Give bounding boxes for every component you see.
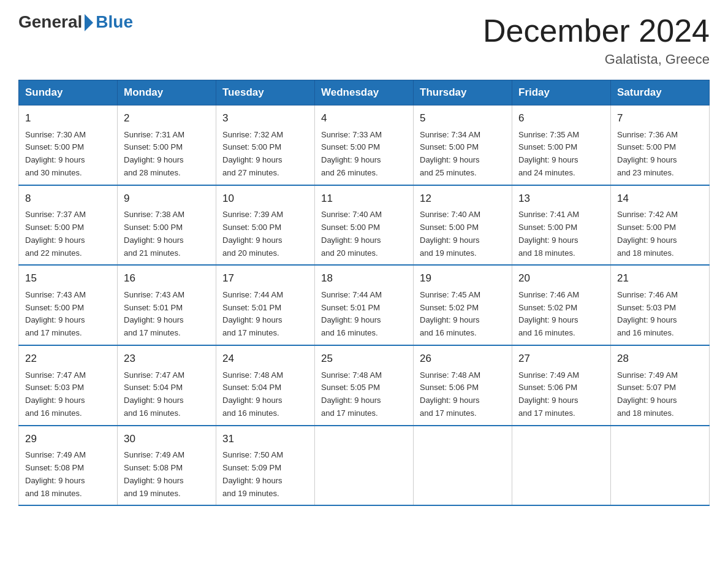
calendar-cell: 17 Sunrise: 7:44 AM Sunset: 5:01 PM Dayl… bbox=[216, 265, 315, 345]
day-number: 3 bbox=[222, 110, 308, 126]
calendar-cell: 27 Sunrise: 7:49 AM Sunset: 5:06 PM Dayl… bbox=[512, 345, 611, 426]
day-info: Sunrise: 7:44 AM Sunset: 5:01 PM Dayligh… bbox=[222, 289, 308, 340]
day-number: 12 bbox=[420, 191, 506, 207]
col-header-wednesday: Wednesday bbox=[315, 80, 414, 105]
day-number: 6 bbox=[518, 110, 604, 126]
day-number: 25 bbox=[321, 351, 407, 367]
week-row-1: 1 Sunrise: 7:30 AM Sunset: 5:00 PM Dayli… bbox=[19, 105, 710, 185]
calendar-cell: 25 Sunrise: 7:48 AM Sunset: 5:05 PM Dayl… bbox=[315, 345, 414, 426]
calendar-cell: 31 Sunrise: 7:50 AM Sunset: 5:09 PM Dayl… bbox=[216, 426, 315, 506]
col-header-tuesday: Tuesday bbox=[216, 80, 315, 105]
day-number: 29 bbox=[25, 431, 111, 447]
day-number: 22 bbox=[25, 351, 111, 367]
day-info: Sunrise: 7:34 AM Sunset: 5:00 PM Dayligh… bbox=[420, 129, 506, 180]
day-number: 16 bbox=[124, 270, 210, 286]
day-info: Sunrise: 7:49 AM Sunset: 5:07 PM Dayligh… bbox=[617, 369, 703, 420]
day-number: 13 bbox=[518, 191, 604, 207]
calendar-cell: 5 Sunrise: 7:34 AM Sunset: 5:00 PM Dayli… bbox=[414, 105, 512, 185]
col-header-monday: Monday bbox=[118, 80, 216, 105]
day-info: Sunrise: 7:48 AM Sunset: 5:04 PM Dayligh… bbox=[222, 369, 308, 420]
calendar-cell: 16 Sunrise: 7:43 AM Sunset: 5:01 PM Dayl… bbox=[118, 265, 216, 345]
day-info: Sunrise: 7:32 AM Sunset: 5:00 PM Dayligh… bbox=[222, 129, 308, 180]
day-number: 27 bbox=[518, 351, 604, 367]
calendar-cell: 13 Sunrise: 7:41 AM Sunset: 5:00 PM Dayl… bbox=[512, 185, 611, 266]
calendar-cell bbox=[315, 426, 414, 506]
day-number: 14 bbox=[617, 191, 703, 207]
day-info: Sunrise: 7:39 AM Sunset: 5:00 PM Dayligh… bbox=[222, 209, 308, 259]
calendar-cell: 9 Sunrise: 7:38 AM Sunset: 5:00 PM Dayli… bbox=[118, 185, 216, 266]
calendar-cell bbox=[512, 426, 611, 506]
day-info: Sunrise: 7:36 AM Sunset: 5:00 PM Dayligh… bbox=[617, 129, 703, 180]
calendar-cell: 24 Sunrise: 7:48 AM Sunset: 5:04 PM Dayl… bbox=[216, 345, 315, 426]
day-number: 2 bbox=[124, 110, 210, 126]
calendar-cell: 23 Sunrise: 7:47 AM Sunset: 5:04 PM Dayl… bbox=[118, 345, 216, 426]
day-info: Sunrise: 7:46 AM Sunset: 5:02 PM Dayligh… bbox=[518, 289, 604, 340]
day-number: 4 bbox=[321, 110, 407, 126]
day-number: 20 bbox=[518, 270, 604, 286]
day-number: 8 bbox=[25, 191, 111, 207]
day-number: 15 bbox=[25, 270, 111, 286]
day-number: 26 bbox=[420, 351, 506, 367]
day-info: Sunrise: 7:47 AM Sunset: 5:03 PM Dayligh… bbox=[25, 369, 111, 420]
day-number: 21 bbox=[617, 270, 703, 286]
calendar-cell: 28 Sunrise: 7:49 AM Sunset: 5:07 PM Dayl… bbox=[611, 345, 710, 426]
col-header-friday: Friday bbox=[512, 80, 611, 105]
day-number: 17 bbox=[222, 270, 308, 286]
calendar-subtitle: Galatista, Greece bbox=[483, 52, 710, 67]
header: General Blue December 2024 Galatista, Gr… bbox=[18, 12, 710, 67]
day-number: 11 bbox=[321, 191, 407, 207]
day-info: Sunrise: 7:31 AM Sunset: 5:00 PM Dayligh… bbox=[124, 129, 210, 180]
week-row-3: 15 Sunrise: 7:43 AM Sunset: 5:00 PM Dayl… bbox=[19, 265, 710, 345]
day-info: Sunrise: 7:41 AM Sunset: 5:00 PM Dayligh… bbox=[518, 209, 604, 259]
day-info: Sunrise: 7:46 AM Sunset: 5:03 PM Dayligh… bbox=[617, 289, 703, 340]
calendar-cell: 30 Sunrise: 7:49 AM Sunset: 5:08 PM Dayl… bbox=[118, 426, 216, 506]
calendar-cell: 3 Sunrise: 7:32 AM Sunset: 5:00 PM Dayli… bbox=[216, 105, 315, 185]
calendar-title: December 2024 bbox=[483, 12, 710, 49]
day-info: Sunrise: 7:33 AM Sunset: 5:00 PM Dayligh… bbox=[321, 129, 407, 180]
logo-blue-text: Blue bbox=[96, 12, 133, 32]
calendar-cell bbox=[414, 426, 512, 506]
day-info: Sunrise: 7:42 AM Sunset: 5:00 PM Dayligh… bbox=[617, 209, 703, 259]
day-info: Sunrise: 7:47 AM Sunset: 5:04 PM Dayligh… bbox=[124, 369, 210, 420]
logo-arrow-icon bbox=[85, 14, 93, 31]
calendar-cell: 15 Sunrise: 7:43 AM Sunset: 5:00 PM Dayl… bbox=[19, 265, 118, 345]
day-number: 28 bbox=[617, 351, 703, 367]
header-row: SundayMondayTuesdayWednesdayThursdayFrid… bbox=[19, 80, 710, 105]
day-info: Sunrise: 7:40 AM Sunset: 5:00 PM Dayligh… bbox=[321, 209, 407, 259]
day-number: 18 bbox=[321, 270, 407, 286]
day-info: Sunrise: 7:37 AM Sunset: 5:00 PM Dayligh… bbox=[25, 209, 111, 259]
calendar-table: SundayMondayTuesdayWednesdayThursdayFrid… bbox=[18, 80, 710, 506]
calendar-cell: 29 Sunrise: 7:49 AM Sunset: 5:08 PM Dayl… bbox=[19, 426, 118, 506]
calendar-cell: 14 Sunrise: 7:42 AM Sunset: 5:00 PM Dayl… bbox=[611, 185, 710, 266]
calendar-cell: 2 Sunrise: 7:31 AM Sunset: 5:00 PM Dayli… bbox=[118, 105, 216, 185]
calendar-cell: 19 Sunrise: 7:45 AM Sunset: 5:02 PM Dayl… bbox=[414, 265, 512, 345]
calendar-cell: 6 Sunrise: 7:35 AM Sunset: 5:00 PM Dayli… bbox=[512, 105, 611, 185]
calendar-cell: 11 Sunrise: 7:40 AM Sunset: 5:00 PM Dayl… bbox=[315, 185, 414, 266]
day-number: 5 bbox=[420, 110, 506, 126]
calendar-cell: 26 Sunrise: 7:48 AM Sunset: 5:06 PM Dayl… bbox=[414, 345, 512, 426]
col-header-sunday: Sunday bbox=[19, 80, 118, 105]
calendar-cell: 8 Sunrise: 7:37 AM Sunset: 5:00 PM Dayli… bbox=[19, 185, 118, 266]
day-info: Sunrise: 7:43 AM Sunset: 5:01 PM Dayligh… bbox=[124, 289, 210, 340]
day-number: 23 bbox=[124, 351, 210, 367]
day-info: Sunrise: 7:30 AM Sunset: 5:00 PM Dayligh… bbox=[25, 129, 111, 180]
day-info: Sunrise: 7:49 AM Sunset: 5:06 PM Dayligh… bbox=[518, 369, 604, 420]
day-info: Sunrise: 7:40 AM Sunset: 5:00 PM Dayligh… bbox=[420, 209, 506, 259]
day-info: Sunrise: 7:44 AM Sunset: 5:01 PM Dayligh… bbox=[321, 289, 407, 340]
calendar-cell: 10 Sunrise: 7:39 AM Sunset: 5:00 PM Dayl… bbox=[216, 185, 315, 266]
calendar-cell: 21 Sunrise: 7:46 AM Sunset: 5:03 PM Dayl… bbox=[611, 265, 710, 345]
calendar-cell: 20 Sunrise: 7:46 AM Sunset: 5:02 PM Dayl… bbox=[512, 265, 611, 345]
day-number: 24 bbox=[222, 351, 308, 367]
day-number: 9 bbox=[124, 191, 210, 207]
logo: General Blue bbox=[18, 12, 133, 32]
day-info: Sunrise: 7:49 AM Sunset: 5:08 PM Dayligh… bbox=[25, 449, 111, 500]
calendar-cell: 4 Sunrise: 7:33 AM Sunset: 5:00 PM Dayli… bbox=[315, 105, 414, 185]
day-info: Sunrise: 7:43 AM Sunset: 5:00 PM Dayligh… bbox=[25, 289, 111, 340]
logo-general-text: General bbox=[18, 12, 82, 32]
day-info: Sunrise: 7:48 AM Sunset: 5:05 PM Dayligh… bbox=[321, 369, 407, 420]
day-info: Sunrise: 7:35 AM Sunset: 5:00 PM Dayligh… bbox=[518, 129, 604, 180]
day-number: 1 bbox=[25, 110, 111, 126]
col-header-thursday: Thursday bbox=[414, 80, 512, 105]
calendar-cell: 18 Sunrise: 7:44 AM Sunset: 5:01 PM Dayl… bbox=[315, 265, 414, 345]
calendar-cell: 22 Sunrise: 7:47 AM Sunset: 5:03 PM Dayl… bbox=[19, 345, 118, 426]
